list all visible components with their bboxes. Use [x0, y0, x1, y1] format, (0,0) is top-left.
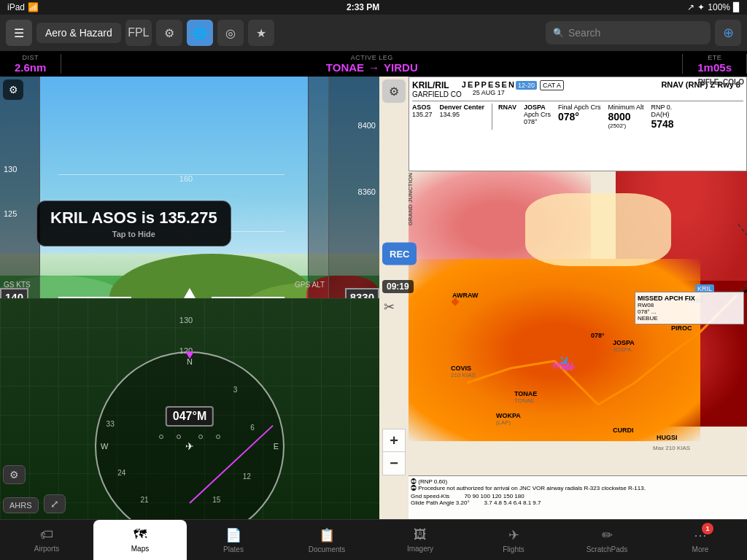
zoom-controls: + −	[382, 429, 406, 475]
brand-button[interactable]: Aero & Hazard	[36, 23, 121, 43]
wp-wokpa-sub: (LAF)	[496, 419, 521, 426]
chart-notes-box: ⓵ (RNP 0.60) ⓶ Procedure not authorized …	[409, 475, 747, 519]
alt-label-8360: 8360	[358, 187, 376, 196]
missed-apch-details: 078° ...	[638, 308, 741, 315]
tab-airports[interactable]: 🏷 Airports	[0, 520, 93, 560]
chart-airport-name: GARFIELD CO	[412, 90, 462, 98]
chart-settings-button[interactable]: ⚙	[382, 79, 406, 103]
search-placeholder: Search	[568, 27, 600, 39]
bottom-settings-button[interactable]: ⚙	[3, 465, 26, 484]
search-bar[interactable]: 🔍 Search	[546, 21, 711, 44]
compass-button[interactable]: ◎	[217, 20, 244, 46]
dist-section: DIST 2.6nm	[0, 54, 61, 74]
zoom-in-button[interactable]: +	[382, 429, 406, 452]
jospa-section: JOSPA Apch Crs 078°	[524, 104, 551, 130]
tab-scratchpads[interactable]: ✏ ScratchPads	[560, 520, 654, 560]
tab-more[interactable]: 1 ⋯ More	[654, 520, 747, 560]
chart-data-row: Gnd speed-Kts 70 90 100 120 150 180	[411, 493, 745, 499]
expand-button[interactable]: ⤢	[44, 494, 66, 513]
asos-popup-sub: Tap to Hide	[50, 230, 217, 238]
chart-date: 25 AUG 17	[462, 89, 516, 96]
split-icon[interactable]: ✂	[384, 299, 395, 315]
gps-alt-label: GPS ALT	[295, 281, 325, 289]
bluetooth-icon: ✦	[697, 2, 705, 12]
chart-airport-code: KRIL/RIL	[412, 80, 462, 90]
wp-jospa-alt: JOSPA	[613, 346, 635, 353]
chart-freq-row: ASOS 135.27 Denver Center 134.95 RNAV JO…	[412, 104, 743, 130]
jospa-label: JOSPA	[524, 104, 551, 111]
star-clock-button[interactable]: ★	[248, 20, 274, 46]
main-content: 140 130 125 120 115 8330 8400 8360 8300 …	[0, 77, 747, 519]
rec-button[interactable]: REC	[382, 242, 417, 265]
wp-curdi-label: CURDI	[613, 427, 634, 434]
menu-button[interactable]: ☰	[6, 20, 32, 46]
final-apch-label: Final Apch Crs	[558, 104, 601, 111]
rnav-label: RNAV	[498, 104, 516, 111]
arrow-icon: ↗	[687, 2, 694, 12]
wp-curdi: CURDI	[613, 427, 634, 434]
missed-apch-title: MISSED APCH FIX	[638, 295, 741, 302]
locate-button[interactable]: ⊕	[715, 20, 741, 46]
ete-label: ETE	[708, 54, 721, 61]
pitch-160: 160	[44, 174, 328, 183]
glide-path-row: Glide Path Angle 3.20° 3.7 4.8 5.4 6.4 8…	[411, 499, 745, 506]
wp-piroc-label: PIROC	[671, 324, 692, 332]
tab-documents[interactable]: 📋 Documents	[280, 520, 374, 560]
more-badge: 1	[702, 523, 713, 534]
wp-covis: COVIS 210 KIAS	[451, 365, 476, 378]
fpl-button[interactable]: FPL	[125, 20, 152, 46]
pitch-line-160	[58, 174, 285, 175]
zoom-out-button[interactable]: −	[382, 452, 406, 475]
tab-imagery[interactable]: 🖼 Imagery	[374, 520, 467, 560]
chart-brand: JEPPESEN 25 AUG 17	[462, 80, 516, 96]
ete-value: 1m05s	[697, 61, 732, 74]
tab-flights[interactable]: ✈ Flights	[467, 520, 560, 560]
scratchpads-icon: ✏	[602, 527, 613, 543]
wp-tonae-sub: TONAE	[514, 397, 537, 404]
wp-tonae: TONAE TONAE	[514, 390, 537, 404]
imagery-label: Imagery	[407, 545, 433, 553]
wp-hugsi-label: HUGSI	[657, 434, 678, 441]
ipad-label: iPad	[7, 2, 25, 12]
sv-settings-button[interactable]: ⚙	[3, 79, 23, 100]
synthetic-vision-panel[interactable]: 140 130 125 120 115 8330 8400 8360 8300 …	[0, 77, 379, 519]
ahrs-button[interactable]: AHRS	[3, 497, 39, 513]
status-time: 2:33 PM	[347, 2, 379, 12]
ete-section: ETE 1m05s	[683, 54, 747, 74]
compass-W: W	[101, 442, 108, 451]
dist-value: 2.6nm	[15, 61, 46, 74]
wp-wokpa: WOKPA (LAF)	[496, 412, 521, 426]
glide-path-angle-label: Glide Path Angle 3.20°	[411, 499, 470, 506]
gnd-speed-label: Gnd speed-Kts	[411, 493, 449, 499]
flight-info-bar: DIST 2.6nm ACTIVE LEG TONAE → YIRDU ETE …	[0, 51, 747, 77]
jeppesen-brand: JEPPESEN	[462, 80, 516, 89]
more-label: More	[692, 545, 709, 553]
time-display: 09:19	[382, 280, 414, 293]
wp-covis-label: COVIS	[451, 365, 476, 372]
settings-button[interactable]: ⚙	[156, 20, 182, 46]
hsi-area: 130 120 N E S W 3 6 12 15 21 24 33	[0, 298, 379, 520]
active-leg-from: TONAE	[326, 61, 364, 74]
globe-button[interactable]: 🌐	[187, 20, 213, 46]
documents-icon: 📋	[319, 527, 335, 543]
asos-freq: 135.27	[412, 111, 433, 118]
apch-crs-label: Apch Crs	[524, 111, 551, 118]
speed-label-130: 130	[4, 165, 17, 174]
missed-apch-nebue: NEBUE	[638, 315, 741, 322]
asos-text: KRIL ASOS is 135.275	[50, 209, 217, 227]
asos-popup[interactable]: KRIL ASOS is 135.275 Tap to Hide	[36, 201, 231, 246]
tab-plates[interactable]: 📄 Plates	[187, 520, 280, 560]
documents-label: Documents	[309, 545, 346, 553]
nav-bar: ☰ Aero & Hazard FPL ⚙ 🌐 ◎ ★ 🔍 Search ⊕	[0, 15, 747, 51]
denver-freq: 134.95	[440, 111, 485, 118]
wp-wokpa-label: WOKPA	[496, 412, 521, 419]
flights-label: Flights	[503, 545, 524, 553]
compass-ring	[95, 351, 285, 519]
maps-icon: 🗺	[133, 527, 147, 542]
chart-panel[interactable]: KRIL/RIL GARFIELD CO JEPPESEN 25 AUG 17 …	[379, 77, 747, 519]
compass-21: 21	[140, 496, 148, 504]
min-alt-sub: (2502')	[608, 122, 643, 129]
rnp-da-value: 5748	[651, 118, 673, 130]
chart-note-2: ⓶ Procedure not authorized for arrival o…	[411, 485, 745, 491]
tab-maps[interactable]: 🗺 Maps	[93, 520, 187, 560]
